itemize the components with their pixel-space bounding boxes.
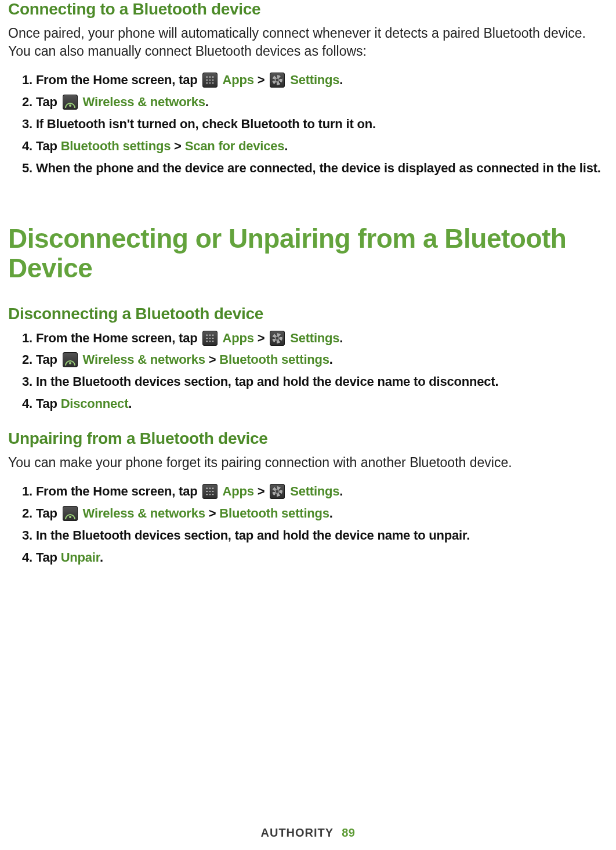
step: If Bluetooth isn't turned on, check Blue… [22,115,608,133]
link-apps: Apps [223,73,254,87]
gt: > [209,352,216,367]
step-text: Tap [36,550,61,565]
step: Tap Bluetooth settings > Scan for device… [22,137,608,155]
period: . [339,484,343,498]
wireless-icon [63,352,78,367]
period: . [329,506,333,520]
settings-icon [270,331,285,346]
gt: > [174,139,182,153]
step-text: In the Bluetooth devices section, tap an… [36,374,499,389]
link-settings: Settings [290,73,339,87]
settings-icon [270,73,285,88]
step-text: Tap [36,352,57,367]
intro-connecting: Once paired, your phone will automatical… [8,24,608,60]
footer-brand: AUTHORITY [261,826,334,839]
period: . [128,396,132,411]
step: In the Bluetooth devices section, tap an… [22,526,608,545]
step-text: If Bluetooth isn't turned on, check Blue… [36,117,376,131]
apps-icon [202,331,218,346]
link-bt-settings: Bluetooth settings [219,506,329,520]
link-apps: Apps [223,484,254,498]
period: . [205,95,209,109]
period: . [100,550,103,565]
period: . [339,73,343,87]
step-text: Tap [36,396,61,411]
intro-unpairing: You can make your phone forget its pairi… [8,454,608,472]
link-apps: Apps [223,331,254,345]
heading-disconnect-unpair: Disconnecting or Unpairing from a Blueto… [8,224,608,284]
period: . [329,352,333,367]
step: Tap Unpair. [22,548,608,567]
step: Tap Wireless & networks. [22,93,608,111]
footer: AUTHORITY 89 [0,826,616,840]
link-wireless: Wireless & networks [83,506,205,520]
footer-page-number: 89 [342,826,355,839]
step: Tap Wireless & networks > Bluetooth sett… [22,504,608,523]
apps-icon [202,73,218,88]
gt: > [258,331,265,345]
step-text: In the Bluetooth devices section, tap an… [36,528,470,542]
link-wireless: Wireless & networks [83,95,205,109]
apps-icon [202,484,218,499]
step-text: Tap [36,95,57,109]
step: In the Bluetooth devices section, tap an… [22,372,608,391]
link-settings: Settings [290,484,339,498]
steps-connecting: From the Home screen, tap Apps > Setting… [8,71,608,177]
link-bt-settings: Bluetooth settings [219,352,329,367]
step: From the Home screen, tap Apps > Setting… [22,329,608,348]
step-text: When the phone and the device are connec… [36,161,601,175]
wireless-icon [63,506,78,521]
period: . [339,331,343,345]
step-text: Tap [36,139,61,153]
link-scan: Scan for devices [185,139,285,153]
heading-connecting: Connecting to a Bluetooth device [8,0,608,19]
gt: > [258,484,265,498]
link-unpair: Unpair [61,550,100,565]
step: When the phone and the device are connec… [22,159,608,178]
step: From the Home screen, tap Apps > Setting… [22,71,608,89]
link-bt-settings: Bluetooth settings [61,139,171,153]
heading-unpairing: Unpairing from a Bluetooth device [8,429,608,448]
heading-disconnecting: Disconnecting a Bluetooth device [8,305,608,323]
steps-disconnecting: From the Home screen, tap Apps > Setting… [8,329,608,414]
step-text: From the Home screen, tap [36,73,198,87]
wireless-icon [63,95,78,110]
page: Connecting to a Bluetooth device Once pa… [0,0,616,850]
step: Tap Wireless & networks > Bluetooth sett… [22,350,608,369]
step: From the Home screen, tap Apps > Setting… [22,482,608,501]
gt: > [258,73,265,87]
gt: > [209,506,216,520]
step: Tap Disconnect. [22,395,608,413]
link-wireless: Wireless & networks [83,352,205,367]
steps-unpairing: From the Home screen, tap Apps > Setting… [8,482,608,567]
link-settings: Settings [290,331,339,345]
step-text: From the Home screen, tap [36,331,198,345]
step-text: Tap [36,506,57,520]
step-text: From the Home screen, tap [36,484,198,498]
settings-icon [270,484,285,499]
link-disconnect: Disconnect [61,396,129,411]
period: . [284,139,288,153]
